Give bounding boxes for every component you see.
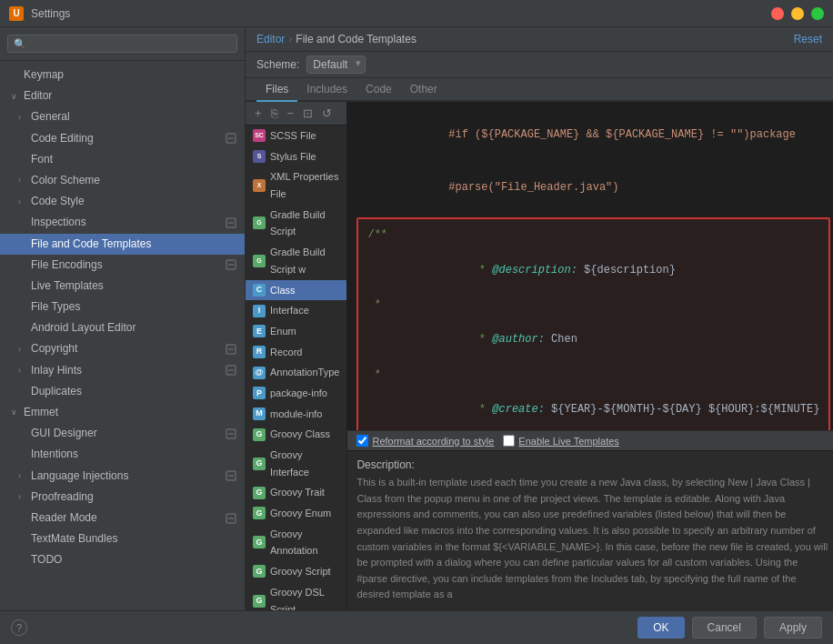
apply-button[interactable]: Apply bbox=[764, 617, 822, 639]
ok-button[interactable]: OK bbox=[637, 617, 684, 639]
enable-live-checkbox-label[interactable]: Enable Live Templates bbox=[503, 435, 618, 447]
list-item[interactable]: @ AnnotationType bbox=[246, 362, 346, 383]
sidebar-item-todo[interactable]: TODO bbox=[0, 549, 245, 570]
template-name: Gradle Build Script w bbox=[270, 244, 339, 277]
sidebar-item-editor[interactable]: ∨ Editor bbox=[0, 86, 245, 106]
sidebar-item-reader-mode[interactable]: Reader Mode bbox=[0, 508, 245, 528]
move-template-button[interactable]: ⊡ bbox=[299, 105, 316, 122]
sidebar-item-inspections[interactable]: Inspections bbox=[0, 212, 245, 233]
sidebar-item-live-templates[interactable]: Live Templates bbox=[0, 276, 245, 297]
file-icon: X bbox=[253, 179, 266, 192]
sidebar-item-android-layout-editor[interactable]: Android Layout Editor bbox=[0, 317, 245, 338]
sidebar-item-color-scheme[interactable]: › Color Scheme bbox=[0, 170, 245, 191]
add-template-button[interactable]: + bbox=[251, 105, 266, 122]
list-item[interactable]: R Record bbox=[246, 342, 346, 363]
file-icon: G bbox=[253, 216, 266, 229]
scheme-select-wrap: Default bbox=[306, 55, 366, 74]
list-item[interactable]: G Groovy Enum bbox=[246, 503, 346, 524]
sidebar-item-inlay-hints[interactable]: › Inlay Hints bbox=[0, 360, 245, 381]
code-text: #if (${PACKAGE_NAME} && ${PACKAGE_NAME} … bbox=[448, 128, 796, 141]
list-item[interactable]: G Groovy Trait bbox=[246, 482, 346, 503]
list-item[interactable]: G Gradle Build Script w bbox=[246, 242, 346, 279]
help-button[interactable]: ? bbox=[11, 619, 27, 636]
tab-includes[interactable]: Includes bbox=[297, 78, 356, 102]
minimize-button[interactable] bbox=[791, 7, 804, 20]
reset-button[interactable]: Reset bbox=[794, 33, 822, 45]
sidebar-item-font[interactable]: Font bbox=[0, 149, 245, 170]
file-icon: @ bbox=[253, 367, 266, 379]
sidebar-item-code-editing[interactable]: Code Editing bbox=[0, 128, 245, 149]
list-item[interactable]: I Interface bbox=[246, 300, 346, 321]
template-name: Groovy Class bbox=[270, 426, 330, 443]
list-item[interactable]: G Groovy Interface bbox=[246, 445, 346, 482]
cancel-button[interactable]: Cancel bbox=[692, 617, 757, 639]
list-item[interactable]: M module-info bbox=[246, 404, 346, 425]
file-icon: G bbox=[253, 565, 266, 578]
sidebar-item-emmet[interactable]: ∨ Emmet bbox=[0, 402, 245, 423]
window-title: Settings bbox=[31, 7, 70, 20]
tab-code[interactable]: Code bbox=[356, 78, 401, 102]
sidebar-item-code-style[interactable]: › Code Style bbox=[0, 191, 245, 212]
sidebar-item-file-types[interactable]: File Types bbox=[0, 297, 245, 317]
template-name: SCSS File bbox=[270, 127, 316, 145]
enable-live-checkbox[interactable] bbox=[503, 435, 515, 447]
sidebar-item-label: Android Layout Editor bbox=[31, 319, 135, 337]
reformat-label: Reformat according to style bbox=[372, 436, 494, 447]
file-icon: SC bbox=[253, 129, 266, 142]
code-line: * @description: ${description} bbox=[367, 244, 819, 297]
list-item[interactable]: G Groovy Class bbox=[246, 424, 346, 445]
sidebar-item-label: Code Style bbox=[31, 193, 85, 210]
sidebar-item-label: File and Code Templates bbox=[31, 236, 152, 253]
sidebar-item-proofreading[interactable]: › Proofreading bbox=[0, 487, 245, 508]
close-button[interactable] bbox=[771, 7, 784, 20]
tab-other[interactable]: Other bbox=[401, 78, 447, 102]
list-item[interactable]: SC SCSS File bbox=[246, 126, 346, 146]
sidebar-item-label: Editor bbox=[24, 87, 52, 105]
sidebar-item-intentions[interactable]: Intentions bbox=[0, 444, 245, 465]
indicator-icon bbox=[225, 512, 237, 525]
sidebar-item-gui-designer[interactable]: GUI Designer bbox=[0, 423, 245, 444]
sidebar-item-file-code-templates[interactable]: File and Code Templates bbox=[0, 234, 245, 255]
code-editor[interactable]: #if (${PACKAGE_NAME} && ${PACKAGE_NAME} … bbox=[347, 102, 833, 430]
list-item[interactable]: G Gradle Build Script bbox=[246, 205, 346, 242]
code-line: * @author: Chen bbox=[367, 314, 819, 367]
tab-files[interactable]: Files bbox=[256, 78, 297, 102]
file-icon: R bbox=[253, 346, 266, 358]
list-item[interactable]: E Enum bbox=[246, 321, 346, 342]
file-icon: G bbox=[253, 428, 266, 441]
file-icon: G bbox=[253, 487, 266, 499]
list-item[interactable]: P package-info bbox=[246, 383, 346, 404]
reformat-checkbox[interactable] bbox=[356, 435, 368, 447]
file-icon: E bbox=[253, 325, 266, 337]
titlebar: U Settings bbox=[0, 0, 833, 27]
reset-template-button[interactable]: ↺ bbox=[318, 105, 336, 122]
template-name: Groovy DSL Script bbox=[270, 584, 339, 610]
list-item[interactable]: S Stylus File bbox=[246, 146, 346, 167]
sidebar-item-language-injections[interactable]: › Language Injections bbox=[0, 466, 245, 487]
editor-footer: Reformat according to style Enable Live … bbox=[347, 430, 833, 450]
list-item[interactable]: X XML Properties File bbox=[246, 166, 346, 204]
copy-template-button[interactable]: ⎘ bbox=[267, 105, 282, 122]
list-item[interactable]: G Groovy Annotation bbox=[246, 524, 346, 561]
list-item[interactable]: G Groovy DSL Script bbox=[246, 582, 346, 610]
expand-icon: › bbox=[18, 343, 27, 356]
list-item-class[interactable]: C Class bbox=[246, 280, 346, 301]
sidebar-item-file-encodings[interactable]: File Encodings bbox=[0, 255, 245, 276]
sidebar-item-general[interactable]: › General bbox=[0, 106, 245, 127]
list-item[interactable]: G Groovy Script bbox=[246, 561, 346, 582]
sidebar-item-textmate-bundles[interactable]: TextMate Bundles bbox=[0, 528, 245, 549]
code-line: /** bbox=[367, 226, 819, 244]
maximize-button[interactable] bbox=[811, 7, 824, 20]
code-line: #parse("File_Header.java") bbox=[356, 162, 830, 215]
search-input[interactable] bbox=[7, 35, 237, 53]
remove-template-button[interactable]: − bbox=[284, 105, 298, 122]
sidebar-item-copyright[interactable]: › Copyright bbox=[0, 338, 245, 359]
breadcrumb-separator: › bbox=[288, 33, 292, 45]
reformat-checkbox-label[interactable]: Reformat according to style bbox=[356, 435, 494, 447]
sidebar-item-keymap[interactable]: Keymap bbox=[0, 65, 245, 86]
scheme-select[interactable]: Default bbox=[306, 55, 366, 74]
indicator-icon bbox=[225, 364, 237, 377]
breadcrumb-parent[interactable]: Editor bbox=[256, 33, 285, 45]
sidebar-item-duplicates[interactable]: Duplicates bbox=[0, 381, 245, 402]
template-name: Stylus File bbox=[270, 148, 316, 166]
